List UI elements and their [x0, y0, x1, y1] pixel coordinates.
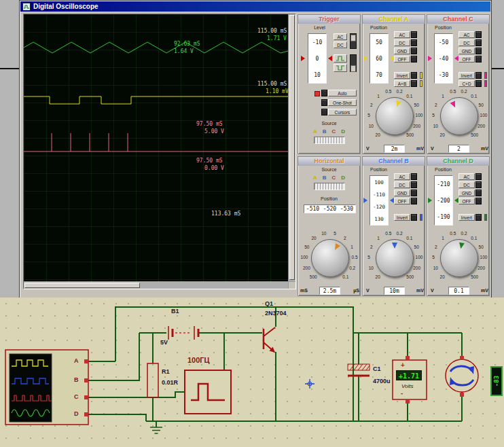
channel-d-gain-knob[interactable]: 20105210.50.20.150100200500 V 0.1 mV [427, 229, 490, 296]
toggle-indicator[interactable] [411, 56, 417, 62]
toggle-indicator[interactable] [411, 198, 417, 204]
toggle-indicator[interactable] [411, 80, 417, 87]
toggle-indicator[interactable] [411, 190, 417, 196]
toggle-indicator[interactable] [475, 214, 482, 221]
channel-c-dc-button[interactable]: DC [458, 39, 475, 46]
window-icon [22, 3, 31, 11]
readout-time: 113.63 mS [211, 211, 240, 217]
battery-component[interactable] [168, 326, 198, 340]
capacitor-component[interactable] [348, 364, 370, 376]
display-horizontal-scrollbar[interactable] [24, 282, 288, 289]
trigger-level-slider[interactable]: -10 0 10 [308, 33, 327, 84]
position-arrow-left[interactable] [363, 198, 367, 203]
toggle-indicator[interactable] [475, 80, 482, 87]
toggle-indicator[interactable] [411, 173, 417, 180]
voltmeter-unit: Volts [401, 383, 414, 389]
channel-b-gnd-button[interactable]: GND [394, 190, 410, 196]
channel-c-gnd-button[interactable]: GND [458, 48, 475, 54]
channel-a-ac-button[interactable]: AC [394, 31, 410, 38]
trigger-dc-button[interactable]: DC [334, 41, 347, 48]
toggle-indicator[interactable] [321, 90, 327, 96]
trigger-coupling-switch[interactable] [350, 33, 357, 49]
toggle-indicator[interactable] [411, 48, 417, 54]
channel-c-sum-button[interactable]: C+D [458, 80, 475, 87]
channel-b-off-button[interactable]: OFF [394, 198, 410, 204]
channel-b-gain-knob[interactable]: 20105210.50.20.150100200500 V 10m mV [363, 229, 426, 296]
channel-c-position-slider[interactable]: -50 -40 -30 [434, 33, 453, 84]
toggle-indicator[interactable] [475, 181, 482, 188]
trigger-ac-button[interactable]: AC [334, 33, 347, 40]
channel-b-ac-button[interactable]: AC [394, 173, 410, 180]
channel-c-ac-button[interactable]: AC [458, 31, 475, 38]
channel-a-gain-knob[interactable]: 20105210.50.20.150100200500 V 2m mV [363, 87, 426, 154]
channel-d-invert-button[interactable]: Invert [458, 214, 475, 221]
channel-c-off-button[interactable]: OFF [458, 56, 475, 62]
channel-a-gnd-button[interactable]: GND [394, 48, 410, 54]
horizontal-source-slider[interactable] [314, 183, 345, 190]
toggle-indicator[interactable] [411, 214, 417, 221]
channel-a-position-slider[interactable]: 50 60 70 [370, 33, 389, 84]
toggle-indicator[interactable] [475, 190, 482, 196]
toggle-indicator[interactable] [411, 31, 417, 38]
channel-d-title: Channel D [427, 157, 489, 166]
timebase-knob[interactable]: 5002001005020105210.50.20.1 mS 2.5m µS [298, 229, 361, 296]
channel-b-title: Channel B [363, 157, 425, 166]
window-titlebar[interactable]: Digital Oscilloscope [20, 1, 490, 12]
channel-a-off-button[interactable]: OFF [394, 56, 410, 62]
level-arrow-left[interactable] [301, 56, 305, 61]
channel-a-invert-button[interactable]: Invert [394, 72, 410, 79]
toggle-indicator[interactable] [475, 31, 482, 38]
trigger-source-slider[interactable] [314, 137, 345, 144]
toggle-indicator[interactable] [475, 173, 482, 180]
motor-component[interactable] [446, 356, 478, 397]
toggle-indicator[interactable] [475, 39, 482, 46]
one-shot-button[interactable]: One-Shot [328, 99, 357, 106]
toggle-indicator[interactable] [411, 39, 417, 46]
toggle-indicator[interactable] [321, 99, 327, 106]
pin-square [84, 412, 88, 416]
transistor-component[interactable] [264, 327, 275, 353]
channel-d-color-bar [484, 214, 487, 221]
toggle-indicator[interactable] [475, 72, 482, 79]
channel-c-invert-button[interactable]: Invert [458, 72, 475, 79]
channel-b-invert-button[interactable]: Invert [394, 214, 410, 221]
toggle-indicator[interactable] [475, 56, 482, 62]
channel-d-ac-button[interactable]: AC [458, 173, 475, 180]
channel-b-dc-button[interactable]: DC [394, 181, 410, 188]
toggle-indicator[interactable] [411, 181, 417, 188]
channel-b-gain-value: 10m [384, 287, 405, 295]
position-arrow-left[interactable] [428, 198, 432, 203]
auto-button[interactable]: Auto [328, 90, 357, 96]
knob-pointer-icon [395, 101, 401, 108]
display-vertical-scrollbar[interactable] [289, 14, 295, 281]
schematic-sheet[interactable]: A B C D B1 5V Q1 2N3704 R1 0.01R 100ГЦ C… [0, 298, 504, 447]
resistor-value: 0.01R [162, 379, 178, 386]
knob-pointer-icon [450, 101, 458, 109]
resistor-component[interactable] [147, 363, 158, 397]
channel-a-dc-button[interactable]: DC [394, 39, 410, 46]
horizontal-position-slider[interactable]: -510 -520 -530 [304, 204, 356, 213]
channel-c-gain-knob[interactable]: 20105210.50.20.150100200500 V 2 mV [427, 87, 490, 154]
channel-a-sum-button[interactable]: A+B [394, 80, 410, 87]
channel-d-off-button[interactable]: OFF [458, 198, 475, 204]
toggle-indicator[interactable] [411, 72, 417, 79]
position-arrow-left[interactable] [363, 56, 367, 61]
readout-value: 1.10 mV [266, 88, 289, 94]
battery-ref: B1 [171, 308, 179, 315]
toggle-indicator[interactable] [475, 198, 482, 204]
toggle-indicator[interactable] [475, 48, 482, 54]
toggle-indicator[interactable] [321, 109, 327, 115]
cursors-button[interactable]: Cursors [328, 109, 357, 115]
side-meter[interactable]: -83 [490, 366, 503, 396]
falling-edge-icon[interactable] [334, 64, 347, 72]
level-arrow-right[interactable] [328, 56, 332, 61]
channel-b-position-slider[interactable]: 100 -110 -120 130 [370, 175, 389, 226]
scope-canvas[interactable]: 115.00 mS 1.71 V 92.63 mS 1.64 V 115.00 … [24, 14, 288, 281]
channel-d-position-slider[interactable]: -210 -200 -190 [434, 175, 453, 226]
channel-d-dc-button[interactable]: DC [458, 181, 475, 188]
generator-component[interactable] [185, 370, 231, 414]
trigger-edge-switch[interactable] [350, 54, 357, 72]
channel-d-gnd-button[interactable]: GND [458, 190, 475, 196]
position-arrow-left[interactable] [428, 56, 432, 61]
rising-edge-icon[interactable] [334, 54, 347, 62]
